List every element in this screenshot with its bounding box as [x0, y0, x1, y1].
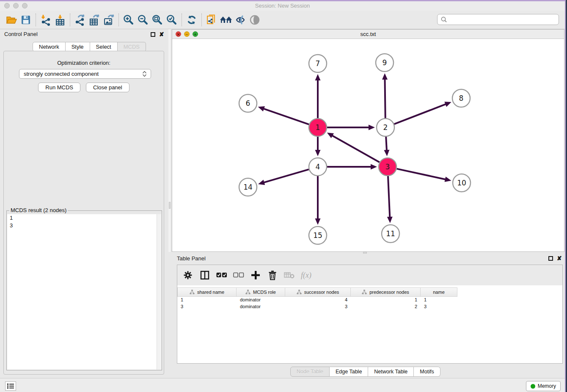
- clone-network-icon[interactable]: [204, 13, 219, 27]
- tab-edge-table[interactable]: Edge Table: [330, 367, 368, 377]
- zoom-selected-icon[interactable]: [165, 13, 179, 27]
- close-table-panel-icon[interactable]: ✘: [557, 256, 562, 261]
- splitter-grip[interactable]: [169, 202, 171, 209]
- graph-edge[interactable]: [388, 176, 390, 218]
- search-input[interactable]: [448, 17, 559, 23]
- cell-predecessor-nodes: 1: [351, 297, 421, 304]
- optimization-criterion-label: Optimization criterion:: [4, 60, 164, 66]
- task-history-button[interactable]: [5, 381, 16, 391]
- network-window-titlebar[interactable]: ✕ − + scc.txt: [172, 30, 564, 39]
- tab-node-table[interactable]: Node Table: [290, 367, 330, 377]
- tab-style[interactable]: Style: [66, 42, 90, 52]
- column-mode-icon[interactable]: [199, 270, 210, 281]
- column-label: MCDS role: [253, 290, 276, 295]
- cell-name: 3: [421, 304, 457, 310]
- table-row[interactable]: 1 dominator 4 1 1: [177, 297, 562, 304]
- result-scrollbar[interactable]: [157, 214, 161, 370]
- tab-select[interactable]: Select: [90, 42, 118, 52]
- select-all-checks-icon[interactable]: [216, 270, 227, 281]
- tab-network[interactable]: Network: [33, 42, 66, 52]
- column-header-shared-name[interactable]: shared name: [177, 287, 237, 297]
- open-folder-icon[interactable]: [4, 13, 19, 27]
- home-layout-icon[interactable]: [219, 13, 233, 27]
- fx-label: f(x): [301, 271, 311, 280]
- graph-node-label: 7: [316, 59, 320, 68]
- graph-edge-arrowhead: [315, 74, 321, 80]
- optimization-criterion-select[interactable]: strongly connected component: [19, 69, 151, 79]
- tab-network-table[interactable]: Network Table: [368, 367, 414, 377]
- cell-name: 1: [421, 297, 457, 304]
- tree-icon: [362, 290, 367, 295]
- graph-edge-arrowhead: [444, 102, 451, 107]
- title-bar: Session: New Session: [0, 1, 565, 11]
- float-table-panel-icon[interactable]: [548, 256, 553, 261]
- column-header-mcds-role[interactable]: MCDS role: [237, 287, 285, 297]
- window-title: Session: New Session: [0, 3, 565, 9]
- zoom-in-icon[interactable]: [121, 13, 136, 27]
- network-view-title: scc.txt: [172, 31, 564, 37]
- graph-edge[interactable]: [386, 137, 387, 151]
- graph-edge[interactable]: [394, 104, 446, 124]
- control-panel-title: Control Panel: [4, 31, 38, 37]
- graph-node-label: 9: [383, 58, 387, 67]
- import-table-icon[interactable]: [53, 13, 67, 27]
- table-row[interactable]: 3 dominator 3 2 3: [177, 304, 562, 310]
- column-header-predecessor-nodes[interactable]: predecessor nodes: [351, 287, 421, 297]
- add-column-icon[interactable]: [250, 270, 261, 281]
- table-toolbar: f(x): [177, 265, 562, 285]
- zoom-out-icon[interactable]: [136, 13, 150, 27]
- search-field[interactable]: [437, 14, 559, 25]
- horizontal-splitter-grip[interactable]: [363, 252, 367, 254]
- mcds-panel: Optimization criterion: strongly connect…: [3, 51, 164, 375]
- graph-node-label: 11: [386, 229, 395, 238]
- tree-icon: [245, 290, 250, 295]
- export-table-icon[interactable]: [87, 13, 102, 27]
- function-builder-icon[interactable]: f(x): [301, 270, 311, 281]
- main-toolbar: [0, 11, 565, 29]
- graph-edge[interactable]: [332, 135, 380, 163]
- graph-node-label: 3: [385, 163, 390, 171]
- vertical-splitter[interactable]: [168, 29, 171, 252]
- graph-edge[interactable]: [263, 108, 309, 124]
- export-network-icon[interactable]: [73, 13, 87, 27]
- refresh-icon[interactable]: [184, 13, 199, 27]
- tree-icon: [190, 290, 195, 295]
- close-panel-button[interactable]: Close panel: [86, 83, 129, 92]
- export-image-icon[interactable]: [102, 13, 116, 27]
- zoom-fit-icon[interactable]: [150, 13, 165, 27]
- graph-edge[interactable]: [263, 169, 308, 182]
- deselect-all-checks-icon[interactable]: [233, 270, 244, 281]
- memory-button[interactable]: Memory: [526, 381, 561, 391]
- hide-style-icon[interactable]: [233, 13, 248, 27]
- show-eye-icon[interactable]: [248, 13, 262, 27]
- graph-edge-arrowhead: [382, 73, 388, 80]
- tab-motifs[interactable]: Motifs: [414, 367, 440, 377]
- column-header-name[interactable]: name: [421, 287, 457, 297]
- gear-icon[interactable]: [182, 270, 193, 281]
- cell-shared-name: 1: [177, 297, 237, 304]
- delete-column-icon[interactable]: [267, 270, 278, 281]
- tab-mcds[interactable]: MCDS: [118, 42, 146, 52]
- mcds-result-title: MCDS result (2 nodes): [9, 207, 68, 213]
- graph-edge-arrowhead: [258, 106, 265, 111]
- search-icon: [440, 16, 448, 23]
- table-body: 1 dominator 4 1 1 3 dominator 3 2 3: [177, 297, 562, 310]
- graph-edge[interactable]: [385, 79, 385, 118]
- float-panel-icon[interactable]: [151, 32, 155, 37]
- graph-edge-arrowhead: [387, 217, 393, 223]
- network-canvas[interactable]: 7968124314101511: [172, 39, 564, 251]
- close-panel-icon[interactable]: ✘: [159, 32, 164, 37]
- delete-table-icon[interactable]: [284, 270, 295, 281]
- column-label: name: [433, 290, 445, 295]
- memory-label: Memory: [538, 383, 556, 389]
- column-header-successor-nodes[interactable]: successor nodes: [285, 287, 351, 297]
- node-table: f(x) shared name MCDS role successor nod…: [177, 265, 563, 364]
- run-mcds-button[interactable]: Run MCDS: [38, 83, 80, 92]
- save-session-icon[interactable]: [19, 13, 33, 27]
- cell-shared-name: 3: [177, 304, 237, 310]
- graph-edge-arrowhead: [384, 150, 389, 156]
- graph-edge[interactable]: [396, 169, 446, 179]
- mcds-result-list[interactable]: 1 3: [7, 214, 161, 370]
- import-network-icon[interactable]: [39, 13, 53, 27]
- column-label: predecessor nodes: [369, 290, 409, 295]
